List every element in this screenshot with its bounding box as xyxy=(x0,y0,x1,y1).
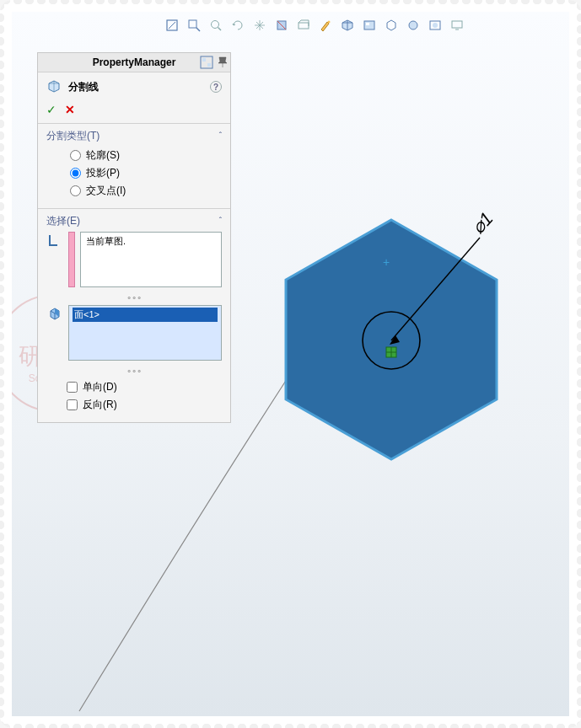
confirm-row: ✓ ✕ xyxy=(38,99,230,123)
face-selection-list[interactable]: 面<1> xyxy=(68,305,222,361)
radio-silhouette-label: 轮廓(S) xyxy=(86,148,120,163)
radio-projection-label: 投影(P) xyxy=(86,166,120,180)
check-single-direction-input[interactable] xyxy=(67,382,78,393)
tool-rotate[interactable] xyxy=(229,17,246,34)
view-toolbar xyxy=(164,17,465,34)
check-single-direction-label: 单向(D) xyxy=(83,380,117,394)
tool-scene[interactable] xyxy=(383,17,400,34)
tool-zoom-dynamic[interactable] xyxy=(207,17,224,34)
pin-icon[interactable] xyxy=(218,56,228,67)
tool-zoom-area[interactable] xyxy=(186,17,202,34)
sketch-origin-icon xyxy=(386,347,396,357)
cancel-button[interactable]: ✕ xyxy=(65,103,75,116)
pm-title: PropertyManager xyxy=(93,56,176,68)
check-reverse[interactable]: 反向(R) xyxy=(46,396,222,414)
svg-point-2 xyxy=(212,21,219,29)
svg-point-5 xyxy=(328,21,331,24)
svg-rect-4 xyxy=(299,23,309,29)
chevron-up-icon: ˆ xyxy=(219,131,222,141)
stamp-border-top xyxy=(0,0,581,6)
sketch-profile-icon xyxy=(46,232,63,249)
radio-intersection-label: 交叉点(I) xyxy=(86,184,126,198)
tool-display-style[interactable] xyxy=(295,17,312,34)
resize-handle[interactable]: ∘∘∘ xyxy=(46,366,222,375)
sketch-selection-block: 当前草图. xyxy=(46,232,222,287)
section-selection: 选择(E) ˆ 当前草图. ∘∘∘ xyxy=(38,208,230,422)
check-reverse-label: 反向(R) xyxy=(83,398,117,412)
tool-render[interactable] xyxy=(405,17,422,34)
chevron-up-icon: ˆ xyxy=(219,217,222,226)
tool-section[interactable] xyxy=(273,17,290,34)
construction-arc xyxy=(79,374,290,711)
list-item[interactable]: 面<1> xyxy=(73,308,218,322)
face-selection-block: 面<1> xyxy=(46,305,222,361)
tool-apply-scene[interactable] xyxy=(427,17,444,34)
section-header-split-type[interactable]: 分割类型(T) ˆ xyxy=(46,129,222,143)
face-cube-icon xyxy=(46,305,63,322)
feature-name: 分割线 xyxy=(68,80,99,94)
tool-pan[interactable] xyxy=(251,17,268,34)
feature-title-row: 分割线 ? xyxy=(38,72,230,99)
svg-rect-14 xyxy=(207,63,211,67)
pm-header: PropertyManager xyxy=(38,53,230,72)
radio-projection[interactable]: 投影(P) xyxy=(70,164,222,182)
property-manager-panel: PropertyManager 分割线 ? xyxy=(37,52,231,423)
section-header-selection[interactable]: 选择(E) ˆ xyxy=(46,214,222,228)
svg-rect-11 xyxy=(452,21,462,28)
svg-rect-13 xyxy=(202,58,206,62)
radio-projection-input[interactable] xyxy=(70,168,81,179)
ok-button[interactable]: ✓ xyxy=(46,103,56,116)
pm-header-badge-icon xyxy=(200,56,213,69)
split-type-options: 轮廓(S) 投影(P) 交叉点(I) xyxy=(46,147,222,200)
resize-handle[interactable]: ∘∘∘ xyxy=(46,292,222,302)
help-button[interactable]: ? xyxy=(210,81,222,93)
svg-point-10 xyxy=(433,23,438,28)
tool-view-iso[interactable] xyxy=(339,17,356,34)
svg-rect-1 xyxy=(189,20,196,28)
app-window: PropertyManager 分割线 ? xyxy=(0,0,581,728)
tool-zoom-fit[interactable] xyxy=(164,17,180,34)
sketch-point-marker: + xyxy=(383,255,390,269)
split-type-header-label: 分割类型(T) xyxy=(46,129,100,143)
check-single-direction[interactable]: 单向(D) xyxy=(46,378,222,396)
tool-hide-show[interactable] xyxy=(361,17,378,34)
selection-header-label: 选择(E) xyxy=(46,214,80,228)
svg-text:⌀1: ⌀1 xyxy=(467,208,497,238)
svg-point-8 xyxy=(409,21,417,29)
stamp-border-bottom xyxy=(0,722,581,728)
svg-rect-7 xyxy=(366,23,369,25)
section-split-type: 分割类型(T) ˆ 轮廓(S) 投影(P) 交叉点(I) xyxy=(38,123,230,208)
radio-silhouette[interactable]: 轮廓(S) xyxy=(70,147,222,164)
graphics-viewport[interactable]: PropertyManager 分割线 ? xyxy=(12,12,569,716)
check-reverse-input[interactable] xyxy=(67,399,78,410)
tool-monitor[interactable] xyxy=(449,17,465,34)
radio-intersection-input[interactable] xyxy=(70,185,81,196)
stamp-border-left xyxy=(0,0,6,728)
tool-appearance[interactable] xyxy=(317,17,334,34)
sketch-highlight-bar xyxy=(68,232,75,287)
stamp-border-right xyxy=(575,0,581,728)
radio-intersection[interactable]: 交叉点(I) xyxy=(70,182,222,200)
sketch-selection-list[interactable]: 当前草图. xyxy=(80,232,222,287)
list-item[interactable]: 当前草图. xyxy=(84,234,218,249)
radio-silhouette-input[interactable] xyxy=(70,150,81,161)
feature-cube-icon xyxy=(46,79,62,94)
